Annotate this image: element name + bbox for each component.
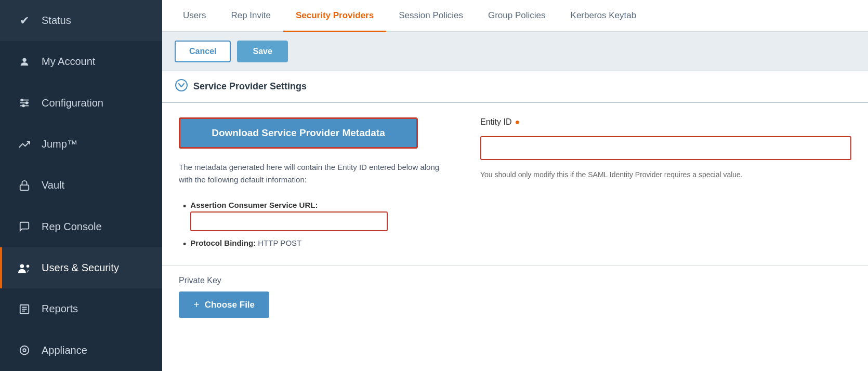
sidebar-item-rep-console[interactable]: Rep Console <box>0 206 162 247</box>
main-content: Users Rep Invite Security Providers Sess… <box>162 0 868 371</box>
form-left: Download Service Provider Metadata The m… <box>179 117 449 250</box>
cancel-button[interactable]: Cancel <box>175 41 231 62</box>
content-area: Service Provider Settings Download Servi… <box>162 71 868 371</box>
private-key-label: Private Key <box>179 276 851 285</box>
users-security-icon <box>17 262 32 274</box>
bullet-icon: • <box>183 201 186 213</box>
sidebar-item-label: My Account <box>42 56 95 68</box>
assertion-consumer-url-label: Assertion Consumer Service URL: <box>190 201 318 209</box>
sidebar-item-label: Rep Console <box>42 221 102 233</box>
tab-kerberos-keytab[interactable]: Kerberos Keytab <box>558 0 649 32</box>
svg-point-14 <box>20 346 29 355</box>
private-key-section: Private Key + Choose File <box>162 276 868 333</box>
sidebar-item-label: Jump™ <box>42 138 77 150</box>
entity-id-hint: You should only modify this if the SAML … <box>480 169 851 180</box>
assertion-consumer-url-item: • Assertion Consumer Service URL: <box>183 201 449 231</box>
svg-point-8 <box>20 264 24 268</box>
svg-point-0 <box>22 58 26 62</box>
sidebar-item-appliance[interactable]: Appliance <box>0 330 162 371</box>
sidebar-item-label: Configuration <box>42 97 103 109</box>
svg-point-5 <box>26 102 28 104</box>
bullet-icon-2: • <box>183 239 186 250</box>
tab-session-policies[interactable]: Session Policies <box>386 0 476 32</box>
chevron-down-icon[interactable] <box>175 78 188 95</box>
sidebar-item-my-account[interactable]: My Account <box>0 41 162 82</box>
save-button[interactable]: Save <box>237 41 287 62</box>
sidebar-item-label: Appliance <box>42 344 87 356</box>
configuration-icon <box>17 97 32 109</box>
vault-icon <box>17 180 32 191</box>
tab-rep-invite[interactable]: Rep Invite <box>218 0 283 32</box>
svg-point-4 <box>21 99 23 101</box>
rep-console-icon <box>17 221 32 232</box>
metadata-description: The metadata generated here will contain… <box>179 161 449 186</box>
sidebar: ✔ Status My Account Configuration Jump™ … <box>0 0 162 371</box>
appliance-icon <box>17 344 32 356</box>
choose-file-button[interactable]: + Choose File <box>179 292 269 318</box>
sidebar-item-label: Vault <box>42 179 64 191</box>
entity-id-label: Entity ID ● <box>480 117 851 127</box>
sidebar-item-configuration[interactable]: Configuration <box>0 83 162 124</box>
sidebar-item-status[interactable]: ✔ Status <box>0 0 162 41</box>
section-header: Service Provider Settings <box>162 71 868 103</box>
assertion-list: • Assertion Consumer Service URL: • Prot… <box>179 201 449 250</box>
protocol-binding-item: • Protocol Binding: HTTP POST <box>183 239 449 250</box>
svg-point-16 <box>176 80 187 91</box>
sidebar-item-vault[interactable]: Vault <box>0 165 162 206</box>
jump-icon <box>17 139 32 150</box>
sidebar-item-users-security[interactable]: Users & Security <box>0 247 162 288</box>
protocol-binding-label: Protocol Binding: <box>190 239 256 247</box>
download-metadata-button[interactable]: Download Service Provider Metadata <box>179 117 418 149</box>
assertion-consumer-url-input[interactable] <box>190 211 388 231</box>
sidebar-item-label: Status <box>42 15 71 27</box>
plus-icon: + <box>193 299 200 311</box>
protocol-binding-value: HTTP POST <box>258 239 301 247</box>
svg-point-6 <box>22 105 24 107</box>
sidebar-item-reports[interactable]: Reports <box>0 288 162 329</box>
toolbar: Cancel Save <box>162 32 868 71</box>
reports-icon <box>17 303 32 315</box>
entity-id-input[interactable] <box>480 136 851 160</box>
svg-rect-7 <box>20 185 29 190</box>
tab-bar: Users Rep Invite Security Providers Sess… <box>162 0 868 32</box>
required-indicator: ● <box>515 117 520 127</box>
tab-users[interactable]: Users <box>170 0 218 32</box>
form-body: Download Service Provider Metadata The m… <box>162 103 868 265</box>
tab-group-policies[interactable]: Group Policies <box>476 0 558 32</box>
form-right: Entity ID ● You should only modify this … <box>480 117 851 180</box>
svg-point-9 <box>27 264 30 268</box>
status-icon: ✔ <box>17 14 32 28</box>
my-account-icon <box>17 56 32 68</box>
tab-security-providers[interactable]: Security Providers <box>283 0 386 32</box>
sidebar-item-jump[interactable]: Jump™ <box>0 124 162 165</box>
sidebar-item-label: Reports <box>42 303 78 315</box>
sidebar-item-label: Users & Security <box>42 262 119 274</box>
section-divider <box>162 265 868 266</box>
choose-file-label: Choose File <box>205 300 255 310</box>
section-title: Service Provider Settings <box>193 81 307 92</box>
svg-point-15 <box>23 349 26 352</box>
